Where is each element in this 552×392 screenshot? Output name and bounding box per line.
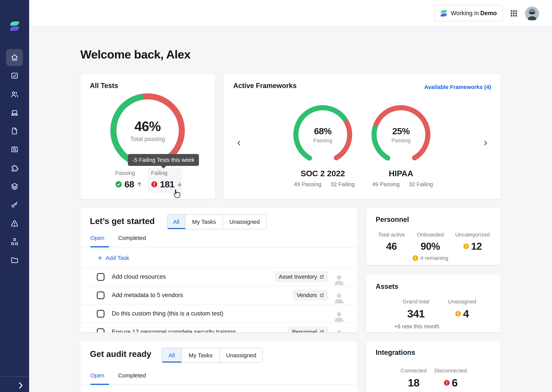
- apps-grid-button[interactable]: [511, 10, 517, 17]
- framework-name: HIPAA: [369, 169, 433, 178]
- assets-title: Assets: [376, 282, 398, 291]
- framework-soc2[interactable]: 68% Passing SOC 2 2022 49 Passing 32 Fai…: [291, 103, 354, 188]
- all-tests-card: All Tests 46% Total passing -5 Failing T…: [80, 74, 215, 199]
- task-checkbox[interactable]: [97, 292, 104, 299]
- sidebar-item-evidence[interactable]: [6, 141, 23, 158]
- all-tests-title: All Tests: [90, 82, 118, 90]
- sidebar-item-tests[interactable]: [6, 67, 23, 84]
- failing-tests-tooltip: -5 Failing Tests this week: [128, 154, 199, 166]
- active-frameworks-card: Active Frameworks Available Frameworks (…: [224, 74, 501, 199]
- framework-name: SOC 2 2022: [291, 169, 354, 178]
- assets-trend: +8 new this month: [395, 323, 437, 330]
- assignee-avatar[interactable]: [333, 287, 345, 303]
- assignee-avatar[interactable]: [333, 306, 345, 322]
- home-icon: [10, 53, 19, 62]
- sidebar-item-devices[interactable]: [6, 104, 23, 121]
- sidebar-item-home[interactable]: [6, 49, 23, 66]
- task-row: Do this custom thing (this is a custom t…: [80, 304, 358, 322]
- sidebar-item-frameworks[interactable]: [6, 178, 23, 195]
- error-circle-icon: [444, 380, 450, 386]
- assignee-avatar[interactable]: [333, 324, 345, 332]
- task-link-personnel[interactable]: Personnel: [288, 327, 328, 333]
- framework-stats: 49 Passing 32 Failing: [291, 181, 354, 188]
- sidebar-item-access[interactable]: [6, 196, 23, 213]
- puzzle-icon: [10, 164, 19, 172]
- workspace-label: Working inDemo: [451, 10, 497, 17]
- audit-filter: All My Tasks Unassigned: [162, 348, 263, 363]
- key-icon: [10, 200, 19, 209]
- filter-unassigned[interactable]: Unassigned: [222, 215, 266, 229]
- carousel-prev-button[interactable]: [235, 138, 243, 148]
- integrations-title: Integrations: [376, 349, 415, 357]
- assets-unassigned: Unassigned 4: [443, 299, 481, 320]
- avatar-image: [525, 7, 539, 21]
- onboarded-remaining-note: 4 remaining: [412, 255, 448, 261]
- error-circle-icon: [151, 181, 158, 188]
- framework-hipaa[interactable]: 25% Passing HIPAA 49 Passing 32 Failing: [369, 103, 433, 188]
- checkbox-icon: [10, 71, 19, 80]
- personnel-uncategorized: Uncategorized 12: [453, 232, 492, 252]
- audit-ready-card: Get audit ready All My Tasks Unassigned …: [80, 341, 358, 392]
- sidebar-item-policies[interactable]: [6, 123, 23, 140]
- sidebar-item-integrations[interactable]: [6, 160, 23, 176]
- carousel-next-button[interactable]: [481, 138, 490, 148]
- task-checkbox[interactable]: [97, 273, 104, 281]
- sidebar-expand-button[interactable]: [16, 381, 25, 390]
- task-checkbox[interactable]: [97, 310, 104, 318]
- secureframe-logo: [9, 20, 20, 32]
- task-checkbox[interactable]: [97, 328, 104, 332]
- workspace-switcher-button[interactable]: Working inDemo: [434, 5, 503, 21]
- trend-up-icon: [136, 181, 142, 187]
- filter-my-tasks[interactable]: My Tasks: [181, 348, 220, 363]
- available-frameworks-link[interactable]: Available Frameworks (4): [424, 84, 491, 90]
- external-link-icon: [319, 274, 324, 279]
- divider: [80, 385, 358, 385]
- sidebar-item-personnel[interactable]: [6, 86, 23, 103]
- failing-stat[interactable]: Failing 181: [148, 168, 182, 193]
- warning-circle-icon: [455, 311, 461, 317]
- get-started-tabs: Open Completed: [90, 235, 146, 241]
- audit-tabs: Open Completed: [90, 372, 146, 379]
- people-icon: [10, 90, 19, 99]
- passing-stat[interactable]: Passing 68: [115, 170, 142, 189]
- tab-open[interactable]: Open: [90, 372, 104, 379]
- sidebar-item-company[interactable]: [6, 233, 23, 250]
- get-started-filter: All My Tasks Unassigned: [167, 214, 267, 229]
- secureframe-logo-small: [440, 9, 448, 17]
- filter-all[interactable]: All: [162, 348, 181, 363]
- audit-ready-title: Get audit ready: [90, 349, 151, 359]
- warning-circle-icon: [463, 243, 469, 249]
- get-started-card: Let’s get started All My Tasks Unassigne…: [80, 208, 358, 332]
- add-task-button[interactable]: Add Task: [97, 255, 129, 261]
- folder-icon: [10, 256, 19, 265]
- chevron-left-icon: [236, 140, 242, 146]
- sidebar-item-risk[interactable]: [6, 215, 23, 232]
- task-link-vendors[interactable]: Vendors: [293, 290, 328, 301]
- tab-completed[interactable]: Completed: [118, 235, 146, 241]
- document-icon: [10, 126, 19, 135]
- tab-completed[interactable]: Completed: [118, 372, 146, 379]
- sidebar: [0, 0, 29, 392]
- chevron-right-icon: [16, 381, 25, 390]
- task-link-asset-inventory[interactable]: Asset Inventory: [275, 271, 328, 282]
- assignee-avatar[interactable]: [333, 269, 345, 285]
- trend-down-icon: [177, 181, 182, 187]
- assets-grand-total: Grand total 341 +8 new this month: [395, 299, 437, 330]
- filter-all[interactable]: All: [167, 215, 185, 229]
- org-chart-icon: [10, 237, 19, 246]
- laptop-icon: [10, 108, 19, 117]
- filter-my-tasks[interactable]: My Tasks: [185, 215, 222, 229]
- task-list: Add cloud resources Asset Inventory Add …: [80, 267, 358, 332]
- integrations-disconnected: Disconnected 6: [432, 368, 469, 389]
- sidebar-item-documents[interactable]: [6, 252, 23, 268]
- external-link-icon: [319, 293, 324, 298]
- assets-card: Assets Grand total 341 +8 new this month…: [366, 275, 501, 332]
- integrations-card: Integrations Connected 18 Disconnected 6: [366, 341, 501, 392]
- hipaa-gauge: [369, 103, 433, 166]
- filter-unassigned[interactable]: Unassigned: [220, 348, 262, 363]
- page-title: Welcome back, Alex: [80, 48, 191, 61]
- tab-open[interactable]: Open: [90, 235, 104, 241]
- main-content: Welcome back, Alex All Tests 46% Total p…: [29, 27, 552, 392]
- user-avatar[interactable]: [525, 7, 539, 21]
- warning-circle-icon: [412, 255, 418, 261]
